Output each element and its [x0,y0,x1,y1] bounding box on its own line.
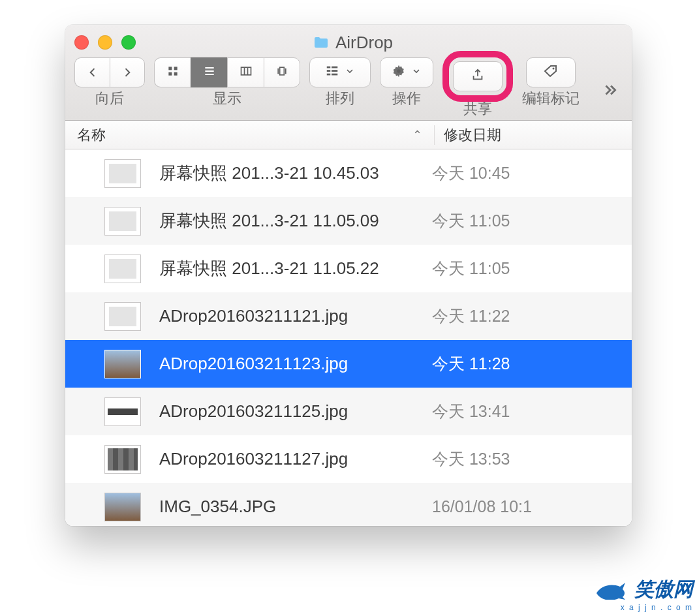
nav-forward-button[interactable] [110,57,145,87]
svg-rect-14 [327,70,331,72]
view-list-button[interactable] [191,57,227,87]
chevron-down-icon [411,66,422,79]
watermark-url: x a j j n . c o m [595,603,693,612]
view-coverflow-button[interactable] [264,57,300,87]
file-name: ADrop201603211125.jpg [159,401,424,422]
toolbar-overflow-button[interactable] [602,74,623,102]
file-thumbnail [104,397,141,426]
view-icon-button[interactable] [154,57,191,87]
svg-rect-15 [327,74,331,76]
file-row[interactable]: IMG_0354.JPG16/01/08 10:1 [65,483,632,526]
gear-icon [392,64,406,81]
close-button[interactable] [74,35,89,50]
action-label: 操作 [392,89,421,108]
file-date: 今天 11:05 [424,210,632,232]
file-list[interactable]: 屏幕快照 201...3-21 10.45.03今天 10:45屏幕快照 201… [65,149,632,526]
titlebar: AirDrop 向后 [65,25,632,121]
finder-window: AirDrop 向后 [65,25,632,526]
coverflow-icon [275,65,288,80]
columns-icon [240,65,253,80]
svg-rect-2 [168,72,172,76]
list-icon [203,65,216,80]
svg-rect-7 [241,67,251,75]
file-name: 屏幕快照 201...3-21 11.05.22 [159,257,424,280]
svg-rect-18 [332,74,337,76]
column-name[interactable]: 名称 ⌃ [65,125,435,145]
shark-icon [595,580,627,600]
file-row[interactable]: 屏幕快照 201...3-21 11.05.22今天 11:05 [65,245,632,292]
arrange-button[interactable] [309,57,371,87]
file-thumbnail [104,445,141,474]
file-date: 今天 10:45 [424,162,632,184]
file-thumbnail [104,302,141,331]
window-title: AirDrop [335,33,393,53]
file-date: 今天 13:41 [424,401,632,422]
view-label: 显示 [213,89,241,108]
nav-back-button[interactable] [74,57,110,87]
svg-rect-1 [174,67,177,70]
file-date: 今天 11:05 [424,258,632,279]
zoom-button[interactable] [121,35,136,50]
file-name: ADrop201603211121.jpg [159,306,424,326]
svg-point-20 [553,68,555,70]
file-name: ADrop201603211123.jpg [159,354,424,374]
column-header: 名称 ⌃ 修改日期 [65,121,632,149]
column-name-label: 名称 [77,125,106,145]
file-thumbnail [104,350,141,378]
svg-rect-17 [332,70,337,72]
svg-rect-13 [327,67,331,69]
file-date: 今天 13:53 [424,448,632,470]
file-date: 今天 11:28 [424,353,632,375]
share-icon [471,68,485,85]
minimize-button[interactable] [98,35,112,50]
svg-rect-16 [332,67,337,69]
file-date: 16/01/08 10:1 [424,497,632,516]
svg-rect-3 [174,72,177,76]
tags-label: 编辑标记 [522,89,580,108]
edit-tags-button[interactable] [526,57,576,87]
file-thumbnail [104,207,141,236]
svg-rect-0 [168,67,172,70]
arrange-icon [325,64,339,81]
arrange-label: 排列 [326,89,354,108]
window-controls [74,35,136,50]
column-modified[interactable]: 修改日期 [435,125,632,145]
file-row[interactable]: ADrop201603211125.jpg今天 13:41 [65,388,632,435]
chevron-down-icon [345,66,355,79]
share-label: 共享 [463,99,492,119]
folder-icon [313,36,329,49]
file-name: IMG_0354.JPG [159,497,424,517]
file-row[interactable]: ADrop201603211127.jpg今天 13:53 [65,435,632,483]
file-row[interactable]: 屏幕快照 201...3-21 10.45.03今天 10:45 [65,149,632,197]
file-row[interactable]: 屏幕快照 201...3-21 11.05.09今天 11:05 [65,197,632,245]
file-name: 屏幕快照 201...3-21 11.05.09 [159,209,424,232]
watermark-title: 笑傲网 [634,578,693,600]
share-highlight-ring [442,51,513,102]
file-thumbnail [104,254,141,283]
file-thumbnail [104,159,141,188]
file-row[interactable]: ADrop201603211121.jpg今天 11:22 [65,292,632,340]
sort-caret-icon: ⌃ [412,128,422,142]
svg-rect-10 [280,67,285,75]
grid-icon [166,65,179,80]
file-date: 今天 11:22 [424,305,632,327]
tag-icon [543,63,559,82]
watermark: 笑傲网 x a j j n . c o m [595,576,693,612]
share-button[interactable] [453,61,503,91]
file-name: 屏幕快照 201...3-21 10.45.03 [159,162,424,185]
file-name: ADrop201603211127.jpg [159,449,424,469]
file-thumbnail [104,493,141,521]
column-modified-label: 修改日期 [444,127,501,143]
view-column-button[interactable] [227,57,264,87]
file-row[interactable]: ADrop201603211123.jpg今天 11:28 [65,340,632,388]
nav-label: 向后 [95,89,124,108]
action-button[interactable] [380,57,433,87]
